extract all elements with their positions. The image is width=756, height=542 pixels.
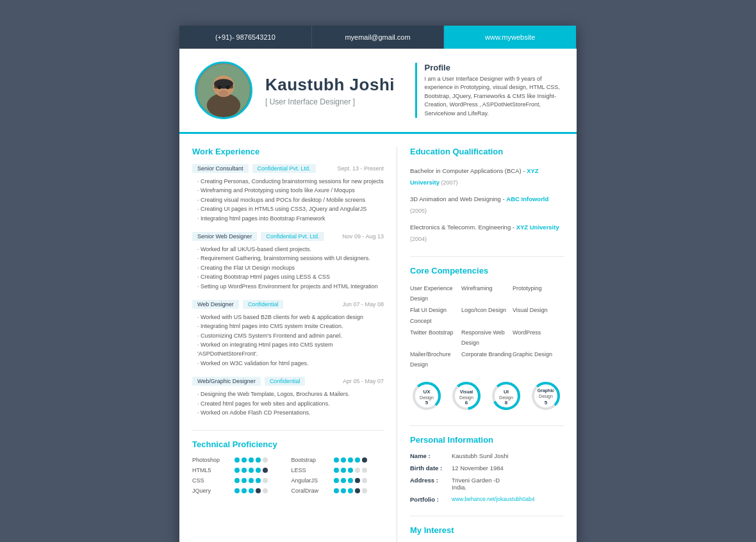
- job-company-1: Confidential Pvt. Ltd.: [252, 164, 316, 173]
- bullet-item: Customizing CMS System's Frontend and ad…: [192, 331, 384, 340]
- svg-text:Visual: Visual: [460, 390, 473, 394]
- bullet-item: Worked for all UK/US-based client projec…: [192, 245, 384, 254]
- tech-skill-css: CSS: [192, 477, 285, 484]
- full-name: Kaustubh Joshi: [265, 75, 402, 95]
- svg-text:5: 5: [545, 400, 548, 406]
- profile-heading: Profile: [425, 63, 562, 72]
- job-title: [ User Interface Designer ]: [265, 97, 402, 106]
- bullet-item: Requirement Gathering, brainstorming ses…: [192, 254, 384, 263]
- left-divider: [192, 430, 384, 431]
- job-role-3: Web Designer: [192, 300, 239, 309]
- bullet-item: Creating the Flat UI Design mockups: [192, 263, 384, 272]
- svg-point-6: [226, 86, 230, 90]
- bullet-item: Creating Bootstrap Html pages using LESS…: [192, 272, 384, 281]
- dot: [348, 478, 353, 483]
- svg-rect-4: [214, 85, 233, 89]
- job-bullets-1: Creating Personas, Conducting brainstorm…: [192, 177, 384, 223]
- resume-wrapper: (+91)- 9876543210 myemail@gmail.com www.…: [179, 26, 577, 542]
- job-bullets-3: Worked with US based B2B clients for web…: [192, 313, 384, 368]
- dot: [249, 478, 254, 483]
- job-header-2: Senior Web Designer Confidential Pvt. Lt…: [192, 232, 384, 241]
- tech-grid: Photoshop Bootstrap: [192, 457, 384, 494]
- personal-portfolio-row: Portfolio : www.behance.net/jokaustubh0a…: [410, 496, 564, 503]
- skill-dots: [334, 468, 367, 473]
- job-date-4: Apr 05 - May 07: [343, 378, 384, 384]
- dot: [256, 478, 261, 483]
- dot: [263, 478, 268, 483]
- dot: [355, 488, 360, 493]
- job-header-4: Web/Graphic Designer Confidential Apr 05…: [192, 377, 384, 386]
- dot: [341, 488, 346, 493]
- svg-text:6: 6: [465, 400, 468, 406]
- skill-dots: [334, 488, 367, 493]
- dot: [334, 468, 339, 473]
- dot: [249, 468, 254, 473]
- personal-information-title: Personal Information: [410, 435, 564, 445]
- dot: [256, 488, 261, 493]
- tech-skill-html5: HTML5: [192, 467, 285, 473]
- comp-item: Graphic Design: [513, 349, 564, 370]
- education-section: Education Qualification Bachelor in Comp…: [410, 147, 564, 243]
- core-competencies-section: Core Competencies User Experience Design…: [410, 266, 564, 413]
- dot: [249, 457, 254, 463]
- bullet-item: Integrating html pages into Bootstrap Fr…: [192, 214, 384, 223]
- edu-item-3: Electronics & Telecomm. Engineering - XY…: [410, 220, 564, 243]
- dot: [355, 478, 360, 483]
- job-date-1: Sept. 13 - Present: [337, 165, 384, 172]
- skill-dots: [234, 468, 268, 473]
- my-interest-title: My Interest: [410, 525, 564, 535]
- skill-dots: [234, 478, 268, 483]
- dot: [334, 457, 339, 463]
- bullet-item: Created html pages for web sites and app…: [192, 399, 384, 408]
- edu-item-2: 3D Animation and Web Designing - ABC Inf…: [410, 192, 564, 215]
- dot: [348, 457, 353, 463]
- tech-skill-bootstrap: Bootstrap: [292, 457, 384, 463]
- job-role-1: Senior Consultant: [192, 164, 249, 173]
- dot: [234, 478, 240, 483]
- bullet-item: Worked on W3C validation for html pages.: [192, 359, 384, 368]
- dot: [256, 457, 261, 463]
- dot: [263, 468, 268, 473]
- bullet-item: Creating Personas, Conducting brainstorm…: [192, 177, 384, 186]
- svg-text:Design: Design: [539, 394, 553, 399]
- job-date-3: Jun 07 - May 08: [342, 301, 384, 308]
- dot: [362, 478, 367, 483]
- job-item-4: Web/Graphic Designer Confidential Apr 05…: [192, 377, 384, 417]
- dot: [234, 488, 240, 493]
- education-title: Education Qualification: [410, 147, 564, 156]
- dot: [263, 457, 268, 463]
- comp-item: WordPress: [513, 327, 564, 348]
- skill-dots: [234, 488, 268, 493]
- comp-item: Prototyping: [513, 283, 564, 304]
- bullet-item: Creating UI pages in HTML5 using CSS3, J…: [192, 204, 384, 213]
- dot: [234, 468, 240, 473]
- job-company-2: Confidential Pvt. Ltd.: [261, 232, 324, 241]
- core-competencies-title: Core Competencies: [410, 266, 564, 275]
- comp-item: Visual Design: [513, 305, 564, 325]
- dot: [242, 488, 247, 493]
- job-item-1: Senior Consultant Confidential Pvt. Ltd.…: [192, 164, 384, 223]
- tech-skill-coraldraw: CoralDraw: [292, 488, 384, 494]
- header-website: www.mywebsite: [444, 26, 577, 49]
- bullet-item: Designing the Web Template, Logos, Broch…: [192, 390, 384, 398]
- right-divider-3: [410, 516, 564, 516]
- bullet-item: Creating visual mockups and POCs for des…: [192, 195, 384, 204]
- bullet-item: Wireframing and Prototyping using tools …: [192, 186, 384, 195]
- dot: [242, 457, 247, 463]
- left-column: Work Experience Senior Consultant Confid…: [179, 147, 397, 542]
- svg-text:5: 5: [425, 400, 429, 406]
- header-bar: (+91)- 9876543210 myemail@gmail.com www.…: [179, 26, 577, 49]
- profile-description: I am a User Interface Designer with 9 ye…: [425, 75, 562, 119]
- dot: [234, 457, 240, 463]
- job-company-4: Confidential: [265, 377, 306, 386]
- tech-skill-jquery: JQuery: [192, 488, 285, 494]
- svg-point-7: [219, 90, 229, 96]
- dot: [348, 488, 353, 493]
- dot: [341, 468, 346, 473]
- right-column: Education Qualification Bachelor in Comp…: [397, 147, 577, 542]
- comp-item: Corporate Branding: [461, 349, 513, 370]
- dot: [341, 457, 346, 463]
- personal-name-row: Name : Kaustubh Sunil Joshi: [410, 452, 564, 459]
- dot: [362, 457, 367, 463]
- bullet-item: Worked with US based B2B clients for web…: [192, 313, 384, 322]
